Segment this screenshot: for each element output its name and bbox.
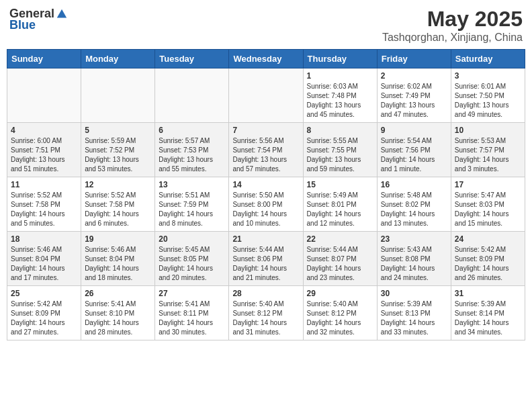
day-number: 5 <box>85 126 151 135</box>
calendar-cell: 10Sunrise: 5:53 AM Sunset: 7:57 PM Dayli… <box>451 123 525 177</box>
calendar-header-row: SundayMondayTuesdayWednesdayThursdayFrid… <box>7 50 525 68</box>
calendar-cell: 25Sunrise: 5:42 AM Sunset: 8:09 PM Dayli… <box>7 286 81 340</box>
day-header-friday: Friday <box>377 50 451 68</box>
calendar-cell: 17Sunrise: 5:47 AM Sunset: 8:03 PM Dayli… <box>451 177 525 232</box>
calendar-cell: 28Sunrise: 5:40 AM Sunset: 8:12 PM Dayli… <box>229 286 303 340</box>
title-section: May 2025 Tashqorghan, Xinjiang, China <box>382 7 523 44</box>
day-number: 12 <box>85 180 151 189</box>
day-info: Sunrise: 5:44 AM Sunset: 8:06 PM Dayligh… <box>232 245 299 283</box>
calendar-cell: 26Sunrise: 5:41 AM Sunset: 8:10 PM Dayli… <box>81 286 155 340</box>
day-number: 17 <box>455 180 521 189</box>
calendar-cell: 22Sunrise: 5:44 AM Sunset: 8:07 PM Dayli… <box>303 232 377 286</box>
calendar-cell: 24Sunrise: 5:42 AM Sunset: 8:09 PM Dayli… <box>451 232 525 286</box>
day-info: Sunrise: 5:49 AM Sunset: 8:01 PM Dayligh… <box>307 191 373 228</box>
day-number: 30 <box>381 289 447 298</box>
day-header-thursday: Thursday <box>303 50 377 68</box>
day-number: 18 <box>11 234 77 244</box>
svg-marker-0 <box>57 9 66 17</box>
day-number: 2 <box>381 71 447 81</box>
page-header: General Blue May 2025 Tashqorghan, Xinji… <box>7 7 525 44</box>
day-info: Sunrise: 5:55 AM Sunset: 7:55 PM Dayligh… <box>307 136 373 174</box>
calendar-cell: 23Sunrise: 5:43 AM Sunset: 8:08 PM Dayli… <box>377 232 451 286</box>
day-info: Sunrise: 6:00 AM Sunset: 7:51 PM Dayligh… <box>11 136 77 174</box>
calendar-cell <box>7 68 81 123</box>
day-number: 24 <box>455 234 521 244</box>
calendar-cell: 14Sunrise: 5:50 AM Sunset: 8:00 PM Dayli… <box>229 177 303 232</box>
day-info: Sunrise: 5:41 AM Sunset: 8:10 PM Dayligh… <box>85 300 151 337</box>
day-number: 11 <box>11 180 77 189</box>
calendar-cell: 8Sunrise: 5:55 AM Sunset: 7:55 PM Daylig… <box>303 123 377 177</box>
day-number: 7 <box>232 126 299 135</box>
day-number: 28 <box>232 289 299 298</box>
day-number: 13 <box>159 180 225 189</box>
day-info: Sunrise: 5:47 AM Sunset: 8:03 PM Dayligh… <box>455 191 521 228</box>
calendar-cell: 13Sunrise: 5:51 AM Sunset: 7:59 PM Dayli… <box>155 177 229 232</box>
day-number: 31 <box>455 289 521 298</box>
month-year-title: May 2025 <box>382 7 523 32</box>
calendar-cell: 27Sunrise: 5:41 AM Sunset: 8:11 PM Dayli… <box>155 286 229 340</box>
day-number: 25 <box>11 289 77 298</box>
calendar-cell: 30Sunrise: 5:39 AM Sunset: 8:13 PM Dayli… <box>377 286 451 340</box>
day-info: Sunrise: 5:48 AM Sunset: 8:02 PM Dayligh… <box>381 191 447 228</box>
calendar-cell: 29Sunrise: 5:40 AM Sunset: 8:12 PM Dayli… <box>303 286 377 340</box>
day-info: Sunrise: 5:51 AM Sunset: 7:59 PM Dayligh… <box>159 191 225 228</box>
day-number: 23 <box>381 234 447 244</box>
calendar-table: SundayMondayTuesdayWednesdayThursdayFrid… <box>7 49 525 340</box>
calendar-cell: 7Sunrise: 5:56 AM Sunset: 7:54 PM Daylig… <box>229 123 303 177</box>
calendar-cell: 31Sunrise: 5:39 AM Sunset: 8:14 PM Dayli… <box>451 286 525 340</box>
calendar-week-row: 11Sunrise: 5:52 AM Sunset: 7:58 PM Dayli… <box>7 177 525 232</box>
day-info: Sunrise: 5:42 AM Sunset: 8:09 PM Dayligh… <box>455 245 521 283</box>
day-info: Sunrise: 5:52 AM Sunset: 7:58 PM Dayligh… <box>85 191 151 228</box>
day-info: Sunrise: 6:03 AM Sunset: 7:48 PM Dayligh… <box>307 82 373 120</box>
day-header-monday: Monday <box>81 50 155 68</box>
logo-icon <box>56 8 68 20</box>
day-header-saturday: Saturday <box>451 50 525 68</box>
day-info: Sunrise: 5:39 AM Sunset: 8:14 PM Dayligh… <box>455 300 521 337</box>
day-info: Sunrise: 5:45 AM Sunset: 8:05 PM Dayligh… <box>159 245 225 283</box>
day-number: 4 <box>11 126 77 135</box>
day-number: 14 <box>232 180 299 189</box>
logo-blue-text: Blue <box>9 18 36 32</box>
calendar-week-row: 25Sunrise: 5:42 AM Sunset: 8:09 PM Dayli… <box>7 286 525 340</box>
calendar-cell: 4Sunrise: 6:00 AM Sunset: 7:51 PM Daylig… <box>7 123 81 177</box>
day-info: Sunrise: 5:57 AM Sunset: 7:53 PM Dayligh… <box>159 136 225 174</box>
calendar-cell: 9Sunrise: 5:54 AM Sunset: 7:56 PM Daylig… <box>377 123 451 177</box>
day-info: Sunrise: 5:39 AM Sunset: 8:13 PM Dayligh… <box>381 300 447 337</box>
calendar-cell <box>229 68 303 123</box>
day-number: 10 <box>455 126 521 135</box>
day-info: Sunrise: 5:44 AM Sunset: 8:07 PM Dayligh… <box>307 245 373 283</box>
day-number: 29 <box>307 289 373 298</box>
day-number: 21 <box>232 234 299 244</box>
day-number: 15 <box>307 180 373 189</box>
calendar-cell: 2Sunrise: 6:02 AM Sunset: 7:49 PM Daylig… <box>377 68 451 123</box>
calendar-cell: 21Sunrise: 5:44 AM Sunset: 8:06 PM Dayli… <box>229 232 303 286</box>
day-number: 16 <box>381 180 447 189</box>
calendar-week-row: 4Sunrise: 6:00 AM Sunset: 7:51 PM Daylig… <box>7 123 525 177</box>
day-number: 8 <box>307 126 373 135</box>
day-info: Sunrise: 5:43 AM Sunset: 8:08 PM Dayligh… <box>381 245 447 283</box>
day-info: Sunrise: 5:56 AM Sunset: 7:54 PM Dayligh… <box>232 136 299 174</box>
calendar-cell: 12Sunrise: 5:52 AM Sunset: 7:58 PM Dayli… <box>81 177 155 232</box>
day-info: Sunrise: 5:53 AM Sunset: 7:57 PM Dayligh… <box>455 136 521 174</box>
calendar-cell: 6Sunrise: 5:57 AM Sunset: 7:53 PM Daylig… <box>155 123 229 177</box>
day-number: 3 <box>455 71 521 81</box>
calendar-cell: 20Sunrise: 5:45 AM Sunset: 8:05 PM Dayli… <box>155 232 229 286</box>
calendar-cell: 16Sunrise: 5:48 AM Sunset: 8:02 PM Dayli… <box>377 177 451 232</box>
location-subtitle: Tashqorghan, Xinjiang, China <box>382 32 523 44</box>
day-info: Sunrise: 6:01 AM Sunset: 7:50 PM Dayligh… <box>455 82 521 120</box>
calendar-cell: 18Sunrise: 5:46 AM Sunset: 8:04 PM Dayli… <box>7 232 81 286</box>
day-info: Sunrise: 5:46 AM Sunset: 8:04 PM Dayligh… <box>11 245 77 283</box>
calendar-cell: 5Sunrise: 5:59 AM Sunset: 7:52 PM Daylig… <box>81 123 155 177</box>
calendar-cell <box>81 68 155 123</box>
day-header-wednesday: Wednesday <box>229 50 303 68</box>
day-number: 19 <box>85 234 151 244</box>
day-number: 1 <box>307 71 373 81</box>
day-info: Sunrise: 5:40 AM Sunset: 8:12 PM Dayligh… <box>232 300 299 337</box>
calendar-cell: 15Sunrise: 5:49 AM Sunset: 8:01 PM Dayli… <box>303 177 377 232</box>
day-info: Sunrise: 5:50 AM Sunset: 8:00 PM Dayligh… <box>232 191 299 228</box>
day-number: 27 <box>159 289 225 298</box>
day-number: 6 <box>159 126 225 135</box>
logo: General Blue <box>9 7 68 32</box>
day-number: 20 <box>159 234 225 244</box>
day-header-tuesday: Tuesday <box>155 50 229 68</box>
